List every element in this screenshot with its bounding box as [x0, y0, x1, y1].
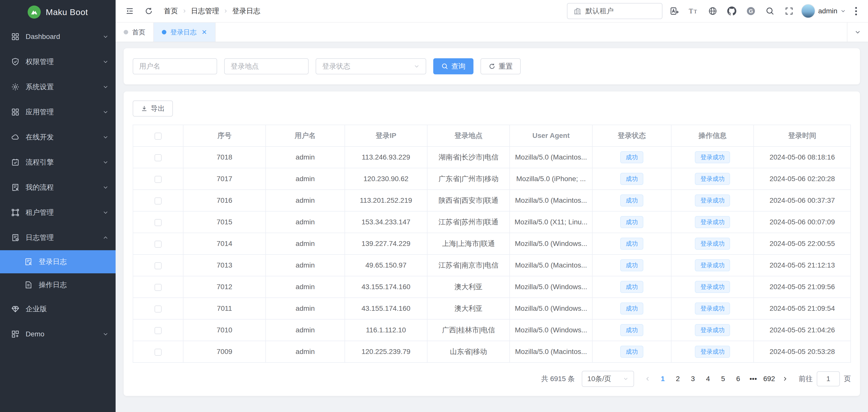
sidebar-item-tenant-management[interactable]: 租户管理: [0, 200, 116, 225]
row-checkbox[interactable]: [155, 219, 162, 226]
cell-ip: 116.1.112.10: [345, 319, 427, 341]
sidebar-item-online-dev[interactable]: 在线开发: [0, 125, 116, 150]
row-checkbox[interactable]: [155, 306, 162, 313]
translate-icon[interactable]: [668, 4, 682, 18]
pagination: 共 6915 条 10条/页 1 2 3 4 5 6: [133, 371, 851, 387]
sidebar-item-enterprise[interactable]: 企业版: [0, 296, 116, 322]
tab-close-icon[interactable]: ✕: [202, 28, 207, 36]
cell-user-agent: Mozilla/5.0 (Windows...: [509, 298, 592, 319]
page-number[interactable]: 3: [686, 372, 700, 386]
goto-label: 前往: [799, 374, 813, 384]
sidebar-item-label: 登录日志: [39, 257, 108, 266]
tenant-select[interactable]: 默认租户: [567, 3, 662, 19]
sidebar-item-label: 权限管理: [26, 57, 96, 67]
page-number[interactable]: 2: [671, 372, 684, 386]
column-header-login-time: 登录时间: [754, 125, 851, 147]
operation-badge: 登录成功: [695, 259, 730, 271]
cell-location: 江苏省|南京市|电信: [427, 254, 509, 276]
page-number[interactable]: 5: [716, 372, 730, 386]
sidebar-item-label: 租户管理: [26, 208, 96, 217]
table-row: 7018 admin 113.246.93.229 湖南省|长沙市|电信 Moz…: [133, 147, 851, 168]
cell-username: admin: [266, 168, 344, 190]
chevron-up-icon: [102, 235, 108, 241]
tab-dot: [124, 30, 128, 34]
chevron-down-icon: [102, 134, 108, 140]
fullscreen-icon[interactable]: [782, 4, 796, 18]
sidebar-item-permissions[interactable]: 权限管理: [0, 49, 116, 74]
login-status-select[interactable]: 登录状态: [316, 58, 426, 74]
reset-button[interactable]: 重置: [480, 58, 521, 74]
column-header-location: 登录地点: [427, 125, 509, 147]
page-size-select[interactable]: 10条/页: [582, 371, 634, 387]
sidebar-item-dashboard[interactable]: Dashboard: [0, 24, 116, 49]
github-icon[interactable]: [725, 4, 739, 18]
sidebar-item-app-management[interactable]: 应用管理: [0, 99, 116, 125]
sidebar-item-workflow-engine[interactable]: 流程引擎: [0, 150, 116, 175]
select-all-checkbox[interactable]: [155, 133, 162, 140]
column-header-user-agent: User Agent: [509, 125, 592, 147]
cell-ip: 120.230.90.62: [345, 168, 427, 190]
document-user-icon: [11, 183, 20, 192]
operation-badge: 登录成功: [695, 281, 730, 293]
cell-location: 湖南省|长沙市|电信: [427, 147, 509, 168]
username-input[interactable]: [133, 58, 217, 74]
prev-page-icon[interactable]: [641, 372, 654, 386]
refresh-icon[interactable]: [142, 4, 156, 18]
cell-login-time: 2024-05-05 21:04:26: [754, 319, 851, 341]
document-icon: [24, 281, 33, 289]
breadcrumb-log-management[interactable]: 日志管理: [191, 6, 219, 16]
search-icon[interactable]: [763, 4, 777, 18]
table-card: 导出 序号 用户名 登录IP 登录地点 User Agent: [124, 91, 860, 396]
gitee-icon[interactable]: G: [744, 4, 758, 18]
goto-page-input[interactable]: [817, 371, 840, 386]
chevron-down-icon: [102, 159, 108, 165]
row-checkbox[interactable]: [155, 154, 162, 161]
search-button[interactable]: 查询: [433, 58, 473, 74]
page-number[interactable]: 4: [702, 372, 714, 386]
avatar[interactable]: [801, 4, 815, 18]
tab-home[interactable]: 首页: [116, 23, 154, 42]
user-menu[interactable]: admin: [801, 4, 846, 18]
row-checkbox[interactable]: [155, 241, 162, 248]
operation-badge: 登录成功: [695, 151, 730, 163]
tab-login-log[interactable]: 登录日志 ✕: [154, 23, 216, 42]
row-checkbox[interactable]: [155, 327, 162, 334]
status-badge: 成功: [620, 216, 643, 228]
cell-ip: 120.225.239.79: [345, 341, 427, 362]
breadcrumb-home[interactable]: 首页: [164, 6, 178, 16]
cell-username: admin: [266, 341, 344, 362]
row-checkbox[interactable]: [155, 262, 162, 269]
pagination-ellipsis[interactable]: •••: [747, 372, 760, 386]
sidebar-item-login-log[interactable]: 登录日志: [0, 250, 116, 273]
page-number[interactable]: 6: [732, 372, 745, 386]
row-checkbox[interactable]: [155, 176, 162, 183]
more-options-icon[interactable]: [851, 7, 861, 15]
tenant-select-value: 默认租户: [586, 6, 614, 16]
font-size-icon[interactable]: TT: [687, 4, 701, 18]
page-number[interactable]: 1: [656, 372, 669, 386]
sidebar-item-system-settings[interactable]: 系统设置: [0, 74, 116, 99]
cell-user-agent: Mozilla/5.0 (Windows...: [509, 276, 592, 298]
cell-location: 澳大利亚: [427, 298, 509, 319]
cell-ip: 43.155.174.160: [345, 298, 427, 319]
sidebar-item-my-workflow[interactable]: 我的流程: [0, 175, 116, 200]
next-page-icon[interactable]: [778, 372, 792, 386]
row-checkbox[interactable]: [155, 284, 162, 291]
table-row: 7012 admin 43.155.174.160 澳大利亚 Mozilla/5…: [133, 276, 851, 298]
login-location-input[interactable]: [224, 58, 309, 74]
tab-label: 登录日志: [170, 28, 196, 37]
cell-ip: 43.155.174.160: [345, 276, 427, 298]
globe-icon[interactable]: [706, 4, 720, 18]
cell-user-agent: Mozilla/5.0 (iPhone; ...: [509, 168, 592, 190]
collapse-sidebar-icon[interactable]: [123, 4, 137, 18]
last-page-number[interactable]: 692: [762, 372, 777, 386]
sidebar-menu: Dashboard 权限管理 系统设置 应用管理 在线开发: [0, 24, 116, 412]
tab-options-chevron-icon[interactable]: [847, 23, 868, 42]
sidebar-item-operation-log[interactable]: 操作日志: [0, 273, 116, 296]
sidebar-item-demo[interactable]: Demo: [0, 322, 116, 347]
row-checkbox[interactable]: [155, 197, 162, 204]
row-checkbox[interactable]: [155, 349, 162, 356]
cell-id: 7018: [183, 147, 266, 168]
export-button[interactable]: 导出: [133, 100, 173, 117]
sidebar-item-log-management[interactable]: 日志管理: [0, 225, 116, 250]
